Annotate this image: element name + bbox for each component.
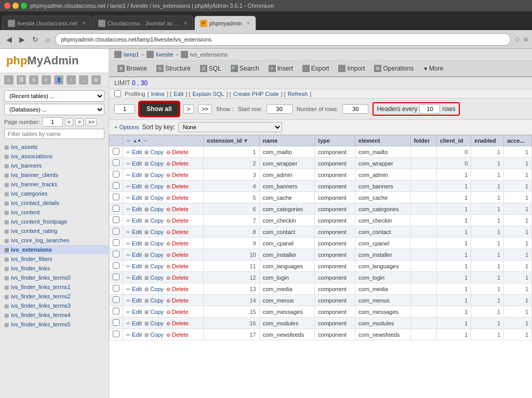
copy-link[interactable]: Copy bbox=[150, 240, 164, 246]
forward-button[interactable]: ▶ bbox=[17, 34, 27, 45]
sidebar-table-item[interactable]: ▦ivs_banner_clients bbox=[0, 170, 109, 180]
delete-link[interactable]: Delete bbox=[172, 240, 189, 246]
edit-link[interactable]: Edit bbox=[132, 332, 142, 338]
sidebar-table-item[interactable]: ▦ivs_finder_links_terms1 bbox=[0, 282, 109, 292]
sidebar-table-item[interactable]: ▦ivs_finder_links_terms2 bbox=[0, 292, 109, 301]
profiling-checkbox[interactable] bbox=[114, 90, 121, 97]
copy-link[interactable]: Copy bbox=[150, 195, 164, 201]
num-rows-input[interactable] bbox=[342, 104, 368, 114]
home-button[interactable]: ⌂ bbox=[44, 34, 52, 45]
delete-link[interactable]: Delete bbox=[172, 149, 189, 155]
sidebar-table-item[interactable]: ▦ivs_associations bbox=[0, 152, 109, 161]
browse-button[interactable]: B Browse bbox=[113, 63, 151, 74]
page-input[interactable] bbox=[114, 104, 135, 114]
sql-icon[interactable]: S bbox=[29, 75, 38, 85]
minimize-button[interactable] bbox=[12, 3, 19, 9]
copy-link[interactable]: Copy bbox=[150, 332, 164, 338]
export-sidebar-icon[interactable]: ↑ bbox=[66, 75, 76, 85]
edit-link[interactable]: Edit bbox=[132, 275, 142, 281]
structure-button[interactable]: S Structure bbox=[152, 63, 195, 74]
refresh-link[interactable]: Refresh bbox=[288, 91, 308, 97]
delete-link[interactable]: Delete bbox=[172, 160, 189, 167]
page-next-btn[interactable]: > bbox=[75, 118, 84, 126]
tab-livesite[interactable]: L livesite.cloudaccess.net ✕ bbox=[2, 16, 91, 30]
edit-link[interactable]: Edit bbox=[132, 206, 142, 212]
sidebar-table-item[interactable]: ▦ivs_banners bbox=[0, 161, 109, 170]
delete-link[interactable]: Delete bbox=[172, 309, 189, 315]
delete-link[interactable]: Delete bbox=[172, 252, 189, 258]
sidebar-table-item[interactable]: ▦ivs_content_frontpage bbox=[0, 217, 109, 226]
export-button[interactable]: ↑ Export bbox=[298, 63, 334, 74]
row-checkbox[interactable] bbox=[113, 205, 119, 212]
edit-link[interactable]: Edit bbox=[132, 320, 142, 326]
sidebar-table-item[interactable]: ▦ivs_finder_links bbox=[0, 264, 109, 273]
tab-phpmyadmin[interactable]: P phpmyadmin ✕ bbox=[194, 16, 256, 30]
tab-close-3[interactable]: ✕ bbox=[246, 20, 250, 26]
edit-link[interactable]: Edit bbox=[132, 297, 142, 304]
th-name[interactable]: name bbox=[259, 135, 315, 146]
row-checkbox[interactable] bbox=[113, 216, 119, 223]
edit-link[interactable]: Edit bbox=[132, 286, 142, 292]
delete-link[interactable]: Delete bbox=[172, 263, 189, 269]
settings-icon[interactable]: ⚙ bbox=[91, 75, 101, 85]
copy-link[interactable]: Copy bbox=[150, 263, 164, 269]
edit-link[interactable]: Edit bbox=[132, 149, 142, 155]
edit-link[interactable]: Edit bbox=[132, 309, 142, 315]
headers-input[interactable] bbox=[419, 104, 440, 114]
operations-button[interactable]: ⚙ Operations bbox=[370, 63, 418, 74]
sidebar-table-item[interactable]: ▦ivs_banner_tracks bbox=[0, 180, 109, 189]
row-checkbox[interactable] bbox=[113, 182, 119, 189]
copy-link[interactable]: Copy bbox=[150, 206, 164, 212]
nav-last-arrow[interactable]: >> bbox=[198, 104, 212, 114]
tab-cloudaccess[interactable]: C Cloudaccess - Joomla! as ... ✕ bbox=[92, 16, 193, 30]
row-checkbox[interactable] bbox=[113, 273, 119, 280]
nav-next-arrow[interactable]: > bbox=[183, 104, 194, 114]
row-checkbox[interactable] bbox=[113, 308, 119, 314]
row-checkbox[interactable] bbox=[113, 228, 119, 235]
delete-link[interactable]: Delete bbox=[172, 229, 189, 235]
copy-link[interactable]: Copy bbox=[150, 229, 164, 235]
reload-button[interactable]: ↻ bbox=[30, 34, 41, 45]
sidebar-table-item[interactable]: ▦ivs_finder_links_terms3 bbox=[0, 301, 109, 310]
insert-button[interactable]: + Insert bbox=[264, 63, 297, 74]
options-link[interactable]: + Options bbox=[114, 124, 139, 130]
page-prev-btn[interactable]: < bbox=[65, 118, 73, 126]
th-enabled[interactable]: enabled bbox=[471, 135, 504, 146]
menu-icon[interactable]: ≡ bbox=[524, 35, 528, 44]
start-row-input[interactable] bbox=[267, 104, 292, 114]
sidebar-table-item[interactable]: ▦ivs_assets bbox=[0, 142, 109, 152]
delete-link[interactable]: Delete bbox=[172, 206, 189, 212]
th-element[interactable]: element bbox=[355, 135, 411, 146]
window-controls[interactable] bbox=[4, 3, 27, 9]
edit-link[interactable]: Edit bbox=[132, 240, 142, 246]
edit-link[interactable]: Edit bbox=[132, 229, 142, 235]
row-checkbox[interactable] bbox=[113, 239, 119, 246]
sidebar-table-item[interactable]: ▦ivs_core_log_searches bbox=[0, 236, 109, 245]
copy-link[interactable]: Copy bbox=[150, 160, 164, 167]
databases-select[interactable]: (Databases) ... bbox=[4, 104, 104, 115]
copy-link[interactable]: Copy bbox=[150, 309, 164, 315]
row-checkbox[interactable] bbox=[113, 319, 119, 326]
edit-link[interactable]: Edit bbox=[132, 183, 142, 189]
copy-link[interactable]: Copy bbox=[150, 297, 164, 304]
edit-link[interactable]: Edit bbox=[132, 217, 142, 224]
copy-link[interactable]: Copy bbox=[150, 149, 164, 155]
delete-link[interactable]: Delete bbox=[172, 172, 189, 178]
user-icon[interactable]: 👤 bbox=[54, 75, 63, 85]
edit-link[interactable]: Edit bbox=[174, 91, 183, 97]
copy-link[interactable]: Copy bbox=[150, 252, 164, 258]
row-checkbox[interactable] bbox=[113, 148, 119, 155]
page-number-input[interactable] bbox=[42, 117, 63, 127]
breadcrumb-server[interactable]: lamp1 bbox=[124, 51, 139, 58]
sidebar-table-item[interactable]: ▦ivs_finder_links_terms4 bbox=[0, 310, 109, 320]
edit-link[interactable]: Edit bbox=[132, 252, 142, 258]
import-sidebar-icon[interactable]: ↓ bbox=[79, 75, 88, 85]
breadcrumb-database[interactable]: livesite bbox=[156, 51, 174, 58]
delete-link[interactable]: Delete bbox=[172, 286, 189, 292]
recent-tables-select[interactable]: (Recent tables) ... bbox=[4, 90, 104, 102]
inline-link[interactable]: Inline bbox=[151, 91, 165, 97]
filter-tables-input[interactable] bbox=[4, 129, 104, 139]
copy-link[interactable]: Copy bbox=[150, 217, 164, 224]
delete-link[interactable]: Delete bbox=[172, 195, 189, 201]
sidebar-table-item[interactable]: ▦ivs_finder_links_terms0 bbox=[0, 273, 109, 282]
